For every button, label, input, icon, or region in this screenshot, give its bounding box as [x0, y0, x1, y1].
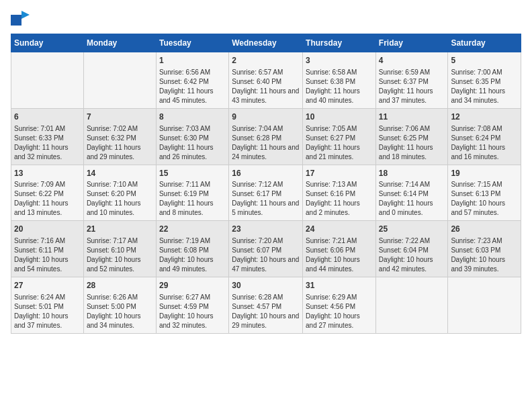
day-info: Sunrise: 7:12 AM Sunset: 6:17 PM Dayligh…	[232, 180, 300, 218]
calendar-cell: 9Sunrise: 7:04 AM Sunset: 6:28 PM Daylig…	[229, 108, 303, 165]
day-number: 1	[159, 55, 226, 66]
day-info: Sunrise: 6:57 AM Sunset: 6:40 PM Dayligh…	[232, 68, 300, 105]
calendar-cell: 30Sunrise: 6:28 AM Sunset: 4:57 PM Dayli…	[229, 277, 303, 334]
calendar-row-5: 27Sunrise: 6:24 AM Sunset: 5:01 PM Dayli…	[11, 277, 521, 334]
calendar-cell: 21Sunrise: 7:17 AM Sunset: 6:10 PM Dayli…	[83, 221, 156, 277]
day-number: 15	[159, 168, 226, 179]
calendar-cell: 24Sunrise: 7:21 AM Sunset: 6:06 PM Dayli…	[303, 221, 376, 277]
calendar-row-2: 6Sunrise: 7:01 AM Sunset: 6:33 PM Daylig…	[11, 108, 521, 165]
calendar-cell: 22Sunrise: 7:19 AM Sunset: 6:08 PM Dayli…	[156, 221, 228, 277]
calendar-cell: 2Sunrise: 6:57 AM Sunset: 6:40 PM Daylig…	[229, 52, 303, 109]
day-number: 4	[379, 55, 445, 66]
calendar-cell: 15Sunrise: 7:11 AM Sunset: 6:19 PM Dayli…	[156, 165, 228, 221]
calendar-cell: 19Sunrise: 7:15 AM Sunset: 6:13 PM Dayli…	[448, 165, 521, 221]
calendar-cell: 3Sunrise: 6:58 AM Sunset: 6:38 PM Daylig…	[303, 52, 376, 109]
day-info: Sunrise: 7:08 AM Sunset: 6:24 PM Dayligh…	[451, 124, 518, 162]
calendar-row-3: 13Sunrise: 7:09 AM Sunset: 6:22 PM Dayli…	[11, 165, 521, 221]
day-number: 27	[14, 280, 81, 291]
day-info: Sunrise: 7:11 AM Sunset: 6:19 PM Dayligh…	[159, 180, 226, 218]
calendar-cell	[11, 52, 84, 109]
page-header	[11, 11, 521, 28]
day-number: 3	[306, 55, 373, 66]
calendar-cell: 26Sunrise: 7:23 AM Sunset: 6:03 PM Dayli…	[448, 221, 521, 277]
day-info: Sunrise: 7:04 AM Sunset: 6:28 PM Dayligh…	[232, 124, 300, 162]
calendar-cell: 18Sunrise: 7:14 AM Sunset: 6:14 PM Dayli…	[375, 165, 448, 221]
calendar-table: SundayMondayTuesdayWednesdayThursdayFrid…	[11, 34, 521, 334]
col-header-tuesday: Tuesday	[156, 34, 228, 52]
day-number: 30	[232, 280, 300, 291]
calendar-cell: 7Sunrise: 7:02 AM Sunset: 6:32 PM Daylig…	[83, 108, 156, 165]
calendar-cell: 17Sunrise: 7:13 AM Sunset: 6:16 PM Dayli…	[303, 165, 376, 221]
day-info: Sunrise: 7:15 AM Sunset: 6:13 PM Dayligh…	[451, 180, 518, 218]
calendar-cell	[83, 52, 156, 109]
calendar-cell: 4Sunrise: 6:59 AM Sunset: 6:37 PM Daylig…	[375, 52, 448, 109]
svg-marker-1	[21, 11, 30, 19]
day-number: 5	[451, 55, 518, 66]
day-info: Sunrise: 6:28 AM Sunset: 4:57 PM Dayligh…	[232, 293, 300, 330]
calendar-cell	[448, 277, 521, 334]
calendar-row-4: 20Sunrise: 7:16 AM Sunset: 6:11 PM Dayli…	[11, 221, 521, 277]
day-info: Sunrise: 6:59 AM Sunset: 6:37 PM Dayligh…	[379, 68, 445, 105]
calendar-cell: 5Sunrise: 7:00 AM Sunset: 6:35 PM Daylig…	[448, 52, 521, 109]
day-number: 24	[306, 224, 373, 235]
day-info: Sunrise: 7:03 AM Sunset: 6:30 PM Dayligh…	[159, 124, 226, 162]
day-number: 2	[232, 55, 300, 66]
day-number: 16	[232, 168, 300, 179]
day-number: 25	[379, 224, 445, 235]
day-info: Sunrise: 6:58 AM Sunset: 6:38 PM Dayligh…	[306, 68, 373, 105]
day-number: 8	[159, 111, 226, 123]
calendar-cell: 20Sunrise: 7:16 AM Sunset: 6:11 PM Dayli…	[11, 221, 84, 277]
day-number: 18	[379, 168, 445, 179]
logo	[11, 11, 31, 28]
day-number: 7	[87, 111, 153, 123]
calendar-cell: 1Sunrise: 6:56 AM Sunset: 6:42 PM Daylig…	[156, 52, 228, 109]
day-info: Sunrise: 7:21 AM Sunset: 6:06 PM Dayligh…	[306, 236, 373, 274]
day-number: 21	[87, 224, 153, 235]
calendar-cell: 16Sunrise: 7:12 AM Sunset: 6:17 PM Dayli…	[229, 165, 303, 221]
col-header-sunday: Sunday	[11, 34, 84, 52]
day-info: Sunrise: 7:00 AM Sunset: 6:35 PM Dayligh…	[451, 68, 518, 105]
day-info: Sunrise: 7:23 AM Sunset: 6:03 PM Dayligh…	[451, 236, 518, 274]
calendar-cell: 25Sunrise: 7:22 AM Sunset: 6:04 PM Dayli…	[375, 221, 448, 277]
calendar-cell: 23Sunrise: 7:20 AM Sunset: 6:07 PM Dayli…	[229, 221, 303, 277]
day-number: 13	[14, 168, 81, 179]
day-number: 17	[306, 168, 373, 179]
day-info: Sunrise: 7:06 AM Sunset: 6:25 PM Dayligh…	[379, 124, 445, 162]
day-number: 22	[159, 224, 226, 235]
col-header-thursday: Thursday	[303, 34, 376, 52]
day-number: 26	[451, 224, 518, 235]
day-info: Sunrise: 6:26 AM Sunset: 5:00 PM Dayligh…	[87, 293, 153, 330]
day-info: Sunrise: 6:27 AM Sunset: 4:59 PM Dayligh…	[159, 293, 226, 330]
day-number: 20	[14, 224, 81, 235]
col-header-friday: Friday	[375, 34, 448, 52]
calendar-cell: 27Sunrise: 6:24 AM Sunset: 5:01 PM Dayli…	[11, 277, 84, 334]
day-info: Sunrise: 7:22 AM Sunset: 6:04 PM Dayligh…	[379, 236, 445, 274]
calendar-cell	[375, 277, 448, 334]
calendar-cell: 31Sunrise: 6:29 AM Sunset: 4:56 PM Dayli…	[303, 277, 376, 334]
day-info: Sunrise: 6:24 AM Sunset: 5:01 PM Dayligh…	[14, 293, 81, 330]
calendar-cell: 8Sunrise: 7:03 AM Sunset: 6:30 PM Daylig…	[156, 108, 228, 165]
day-number: 11	[379, 111, 445, 123]
calendar-cell: 29Sunrise: 6:27 AM Sunset: 4:59 PM Dayli…	[156, 277, 228, 334]
calendar-cell: 11Sunrise: 7:06 AM Sunset: 6:25 PM Dayli…	[375, 108, 448, 165]
svg-rect-0	[11, 15, 21, 26]
day-info: Sunrise: 7:01 AM Sunset: 6:33 PM Dayligh…	[14, 124, 81, 162]
day-number: 19	[451, 168, 518, 179]
day-number: 6	[14, 111, 81, 123]
day-info: Sunrise: 7:20 AM Sunset: 6:07 PM Dayligh…	[232, 236, 300, 274]
day-number: 31	[306, 280, 373, 291]
day-number: 10	[306, 111, 373, 123]
calendar-cell: 6Sunrise: 7:01 AM Sunset: 6:33 PM Daylig…	[11, 108, 84, 165]
day-info: Sunrise: 7:19 AM Sunset: 6:08 PM Dayligh…	[159, 236, 226, 274]
day-info: Sunrise: 7:13 AM Sunset: 6:16 PM Dayligh…	[306, 180, 373, 218]
day-number: 12	[451, 111, 518, 123]
day-info: Sunrise: 6:56 AM Sunset: 6:42 PM Dayligh…	[159, 68, 226, 105]
calendar-row-1: 1Sunrise: 6:56 AM Sunset: 6:42 PM Daylig…	[11, 52, 521, 109]
calendar-cell: 28Sunrise: 6:26 AM Sunset: 5:00 PM Dayli…	[83, 277, 156, 334]
calendar-cell: 13Sunrise: 7:09 AM Sunset: 6:22 PM Dayli…	[11, 165, 84, 221]
day-info: Sunrise: 7:02 AM Sunset: 6:32 PM Dayligh…	[87, 124, 153, 162]
day-info: Sunrise: 7:16 AM Sunset: 6:11 PM Dayligh…	[14, 236, 81, 274]
col-header-saturday: Saturday	[448, 34, 521, 52]
day-info: Sunrise: 7:09 AM Sunset: 6:22 PM Dayligh…	[14, 180, 81, 218]
calendar-cell: 12Sunrise: 7:08 AM Sunset: 6:24 PM Dayli…	[448, 108, 521, 165]
